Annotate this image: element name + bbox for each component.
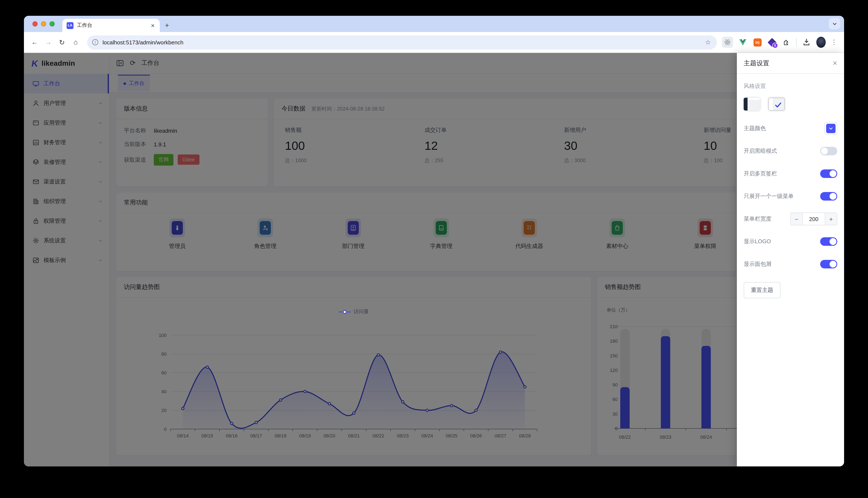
drawer-row-显示LOGO: 显示LOGO xyxy=(744,235,837,248)
drawer-row-显示面包屑: 显示面包屑 xyxy=(744,257,837,271)
profile-avatar[interactable] xyxy=(816,38,826,47)
sq-extension-icon[interactable]: SQ xyxy=(753,38,762,47)
vue-devtools-icon[interactable] xyxy=(738,38,748,47)
style-light-sidebar-option[interactable] xyxy=(768,98,785,110)
browser-toolbar: ← → ↻ ⌂ i localhost:5173/admin/workbench… xyxy=(24,32,844,53)
toggle-knob xyxy=(821,148,828,155)
toggle-knob xyxy=(830,261,837,267)
site-info-icon[interactable]: i xyxy=(92,39,98,45)
chevron-down-icon xyxy=(828,126,833,131)
toggle-knob xyxy=(830,170,837,177)
toggle-开启多页签栏[interactable] xyxy=(820,169,837,178)
drawer-row-label: 显示面包屑 xyxy=(744,260,771,268)
drawer-row-菜单栏宽度: 菜单栏宽度−+ xyxy=(744,212,837,226)
page-viewport: K likeadmin 工作台用户管理应用管理财务管理装修管理渠道设置组织管理权… xyxy=(24,53,844,467)
sq-badge: SQ xyxy=(753,38,762,46)
legend-label: 访问量 xyxy=(354,308,369,315)
close-icon[interactable]: × xyxy=(833,59,837,67)
browser-window: LA 工作台 × + ← → ↻ ⌂ i localhost:5173/admi… xyxy=(24,16,844,467)
tab-title: 工作台 xyxy=(77,22,146,29)
drawer-row-label: 开启黑暗模式 xyxy=(744,147,777,155)
traffic-lights xyxy=(33,21,55,26)
drawer-row-开启黑暗模式: 开启黑暗模式 xyxy=(744,144,837,158)
check-icon xyxy=(775,101,782,109)
browser-menu-icon[interactable]: ⋮ xyxy=(831,38,837,46)
toggle-只展开一个一级菜单[interactable] xyxy=(820,192,837,200)
toggle-开启黑暗模式[interactable] xyxy=(820,147,837,155)
react-devtools-icon[interactable] xyxy=(722,37,733,48)
address-bar[interactable]: i localhost:5173/admin/workbench ☆ xyxy=(87,35,717,49)
purple-extension-icon[interactable]: 5 xyxy=(767,38,777,47)
visit-chart-legend[interactable]: 访问量 xyxy=(116,308,591,315)
extensions-area: SQ 5 ⋮ xyxy=(720,37,839,48)
drawer-row-label: 菜单栏宽度 xyxy=(744,215,771,223)
browser-tab[interactable]: LA 工作台 × xyxy=(62,19,160,32)
atom-icon xyxy=(724,38,731,46)
legend-marker-icon xyxy=(339,310,350,314)
back-button[interactable]: ← xyxy=(29,37,40,48)
vue-logo-icon xyxy=(739,39,747,45)
avatar xyxy=(816,37,826,48)
browser-tabstrip: LA 工作台 × + xyxy=(24,16,844,32)
drawer-row-只展开一个一级菜单: 只展开一个一级菜单 xyxy=(744,189,837,203)
bookmark-star-icon[interactable]: ☆ xyxy=(702,38,714,46)
theme-settings-drawer: 主题设置 × 风格设置 xyxy=(737,53,844,467)
zoom-window-button[interactable] xyxy=(50,21,55,26)
downloads-icon[interactable] xyxy=(802,38,811,47)
style-section-label: 风格设置 xyxy=(744,82,837,90)
toolbar-divider xyxy=(796,38,797,47)
style-cards xyxy=(744,98,837,110)
tab-close-icon[interactable]: × xyxy=(150,22,155,29)
thumb-sidebar xyxy=(769,98,773,110)
stepper-minus-button[interactable]: − xyxy=(791,213,803,225)
theme-color-label: 主题颜色 xyxy=(744,124,766,132)
reload-button[interactable]: ↻ xyxy=(56,37,67,48)
drawer-title: 主题设置 xyxy=(744,59,769,67)
theme-color-picker[interactable] xyxy=(825,122,837,135)
menu-width-input[interactable] xyxy=(803,213,825,225)
extensions-puzzle-icon[interactable] xyxy=(782,38,791,47)
color-swatch xyxy=(826,124,835,133)
new-tab-button[interactable]: + xyxy=(165,22,169,29)
drawer-row-开启多页签栏: 开启多页签栏 xyxy=(744,167,837,181)
forward-button[interactable]: → xyxy=(43,37,54,48)
chevron-down-icon xyxy=(832,21,837,26)
toggle-knob xyxy=(830,193,837,200)
drawer-rows: 开启黑暗模式开启多页签栏只展开一个一级菜单菜单栏宽度−+显示LOGO显示面包屑 xyxy=(744,144,837,280)
screen: LA 工作台 × + ← → ↻ ⌂ i localhost:5173/admi… xyxy=(0,0,868,498)
tab-favicon: LA xyxy=(67,22,74,29)
home-button[interactable]: ⌂ xyxy=(70,37,81,48)
drawer-body: 风格设置 主题颜色 xyxy=(737,74,844,307)
style-dark-sidebar-option[interactable] xyxy=(744,98,760,110)
thumb-topbar xyxy=(748,98,760,100)
thumb-sidebar xyxy=(744,98,748,110)
drawer-row-label: 显示LOGO xyxy=(744,238,771,245)
puzzle-icon xyxy=(782,38,790,46)
drawer-header: 主题设置 × xyxy=(737,53,844,74)
toggle-显示LOGO[interactable] xyxy=(820,237,837,246)
toggle-显示面包屑[interactable] xyxy=(820,260,837,268)
extension-count-badge: 5 xyxy=(772,43,778,48)
reset-theme-button[interactable]: 重置主题 xyxy=(744,282,780,298)
toggle-knob xyxy=(830,238,837,245)
stepper-plus-button[interactable]: + xyxy=(825,213,837,225)
theme-color-row: 主题颜色 xyxy=(744,122,837,135)
drawer-row-label: 开启多页签栏 xyxy=(744,170,777,178)
download-arrow-icon xyxy=(803,38,810,46)
close-window-button[interactable] xyxy=(33,21,38,26)
drawer-row-label: 只展开一个一级菜单 xyxy=(744,193,794,200)
drawer-overlay[interactable] xyxy=(24,53,844,467)
minimize-window-button[interactable] xyxy=(41,21,46,26)
menu-width-stepper: −+ xyxy=(790,212,837,225)
url-text: localhost:5173/admin/workbench xyxy=(103,39,183,45)
tab-search-button[interactable] xyxy=(829,18,840,29)
